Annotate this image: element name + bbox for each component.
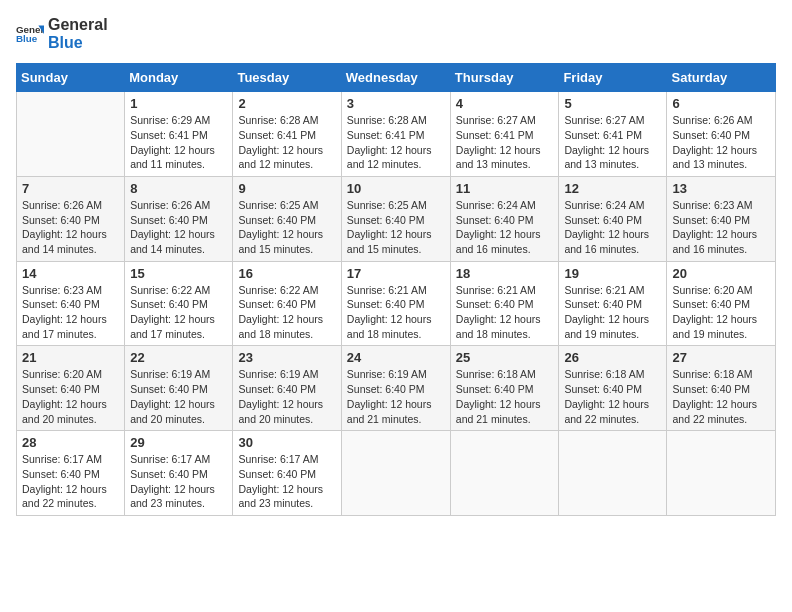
cell-week1-day3: 3Sunrise: 6:28 AMSunset: 6:41 PMDaylight… [341,92,450,177]
day-number: 12 [564,181,661,196]
day-number: 25 [456,350,554,365]
day-info: Sunrise: 6:27 AMSunset: 6:41 PMDaylight:… [456,113,554,172]
day-info: Sunrise: 6:20 AMSunset: 6:40 PMDaylight:… [22,367,119,426]
day-number: 8 [130,181,227,196]
day-number: 28 [22,435,119,450]
cell-week5-day1: 29Sunrise: 6:17 AMSunset: 6:40 PMDayligh… [125,431,233,516]
cell-week2-day1: 8Sunrise: 6:26 AMSunset: 6:40 PMDaylight… [125,176,233,261]
day-number: 10 [347,181,445,196]
week-row-5: 28Sunrise: 6:17 AMSunset: 6:40 PMDayligh… [17,431,776,516]
day-number: 4 [456,96,554,111]
day-info: Sunrise: 6:22 AMSunset: 6:40 PMDaylight:… [130,283,227,342]
day-info: Sunrise: 6:19 AMSunset: 6:40 PMDaylight:… [238,367,335,426]
day-number: 2 [238,96,335,111]
cell-week1-day5: 5Sunrise: 6:27 AMSunset: 6:41 PMDaylight… [559,92,667,177]
cell-week3-day5: 19Sunrise: 6:21 AMSunset: 6:40 PMDayligh… [559,261,667,346]
day-info: Sunrise: 6:17 AMSunset: 6:40 PMDaylight:… [22,452,119,511]
day-number: 3 [347,96,445,111]
day-number: 13 [672,181,770,196]
cell-week4-day1: 22Sunrise: 6:19 AMSunset: 6:40 PMDayligh… [125,346,233,431]
day-info: Sunrise: 6:24 AMSunset: 6:40 PMDaylight:… [564,198,661,257]
cell-week5-day6 [667,431,776,516]
day-number: 9 [238,181,335,196]
day-info: Sunrise: 6:26 AMSunset: 6:40 PMDaylight:… [672,113,770,172]
cell-week2-day5: 12Sunrise: 6:24 AMSunset: 6:40 PMDayligh… [559,176,667,261]
cell-week4-day4: 25Sunrise: 6:18 AMSunset: 6:40 PMDayligh… [450,346,559,431]
day-number: 15 [130,266,227,281]
header-friday: Friday [559,64,667,92]
header-sunday: Sunday [17,64,125,92]
day-info: Sunrise: 6:21 AMSunset: 6:40 PMDaylight:… [347,283,445,342]
day-info: Sunrise: 6:17 AMSunset: 6:40 PMDaylight:… [238,452,335,511]
cell-week5-day4 [450,431,559,516]
cell-week2-day6: 13Sunrise: 6:23 AMSunset: 6:40 PMDayligh… [667,176,776,261]
cell-week4-day3: 24Sunrise: 6:19 AMSunset: 6:40 PMDayligh… [341,346,450,431]
day-info: Sunrise: 6:23 AMSunset: 6:40 PMDaylight:… [672,198,770,257]
calendar-table: SundayMondayTuesdayWednesdayThursdayFrid… [16,63,776,516]
page-header: General Blue General Blue [16,16,776,51]
day-info: Sunrise: 6:29 AMSunset: 6:41 PMDaylight:… [130,113,227,172]
cell-week1-day0 [17,92,125,177]
cell-week1-day6: 6Sunrise: 6:26 AMSunset: 6:40 PMDaylight… [667,92,776,177]
header-row: SundayMondayTuesdayWednesdayThursdayFrid… [17,64,776,92]
day-info: Sunrise: 6:26 AMSunset: 6:40 PMDaylight:… [130,198,227,257]
day-number: 23 [238,350,335,365]
day-number: 16 [238,266,335,281]
day-number: 22 [130,350,227,365]
day-number: 14 [22,266,119,281]
day-info: Sunrise: 6:25 AMSunset: 6:40 PMDaylight:… [238,198,335,257]
header-saturday: Saturday [667,64,776,92]
day-info: Sunrise: 6:27 AMSunset: 6:41 PMDaylight:… [564,113,661,172]
cell-week4-day5: 26Sunrise: 6:18 AMSunset: 6:40 PMDayligh… [559,346,667,431]
day-number: 18 [456,266,554,281]
week-row-2: 7Sunrise: 6:26 AMSunset: 6:40 PMDaylight… [17,176,776,261]
day-info: Sunrise: 6:23 AMSunset: 6:40 PMDaylight:… [22,283,119,342]
day-number: 27 [672,350,770,365]
day-number: 20 [672,266,770,281]
day-info: Sunrise: 6:21 AMSunset: 6:40 PMDaylight:… [564,283,661,342]
day-number: 7 [22,181,119,196]
cell-week1-day2: 2Sunrise: 6:28 AMSunset: 6:41 PMDaylight… [233,92,341,177]
day-info: Sunrise: 6:26 AMSunset: 6:40 PMDaylight:… [22,198,119,257]
cell-week4-day0: 21Sunrise: 6:20 AMSunset: 6:40 PMDayligh… [17,346,125,431]
cell-week3-day0: 14Sunrise: 6:23 AMSunset: 6:40 PMDayligh… [17,261,125,346]
day-info: Sunrise: 6:18 AMSunset: 6:40 PMDaylight:… [672,367,770,426]
day-info: Sunrise: 6:21 AMSunset: 6:40 PMDaylight:… [456,283,554,342]
day-info: Sunrise: 6:20 AMSunset: 6:40 PMDaylight:… [672,283,770,342]
day-number: 11 [456,181,554,196]
header-thursday: Thursday [450,64,559,92]
day-info: Sunrise: 6:19 AMSunset: 6:40 PMDaylight:… [130,367,227,426]
day-number: 5 [564,96,661,111]
week-row-4: 21Sunrise: 6:20 AMSunset: 6:40 PMDayligh… [17,346,776,431]
day-number: 29 [130,435,227,450]
cell-week1-day1: 1Sunrise: 6:29 AMSunset: 6:41 PMDaylight… [125,92,233,177]
day-info: Sunrise: 6:17 AMSunset: 6:40 PMDaylight:… [130,452,227,511]
day-number: 17 [347,266,445,281]
day-number: 6 [672,96,770,111]
day-info: Sunrise: 6:28 AMSunset: 6:41 PMDaylight:… [238,113,335,172]
cell-week2-day2: 9Sunrise: 6:25 AMSunset: 6:40 PMDaylight… [233,176,341,261]
svg-text:Blue: Blue [16,33,38,44]
day-number: 26 [564,350,661,365]
cell-week5-day5 [559,431,667,516]
cell-week3-day1: 15Sunrise: 6:22 AMSunset: 6:40 PMDayligh… [125,261,233,346]
day-info: Sunrise: 6:19 AMSunset: 6:40 PMDaylight:… [347,367,445,426]
day-info: Sunrise: 6:18 AMSunset: 6:40 PMDaylight:… [456,367,554,426]
day-number: 19 [564,266,661,281]
cell-week3-day3: 17Sunrise: 6:21 AMSunset: 6:40 PMDayligh… [341,261,450,346]
day-info: Sunrise: 6:22 AMSunset: 6:40 PMDaylight:… [238,283,335,342]
logo-icon: General Blue [16,20,44,48]
header-wednesday: Wednesday [341,64,450,92]
cell-week5-day2: 30Sunrise: 6:17 AMSunset: 6:40 PMDayligh… [233,431,341,516]
cell-week2-day0: 7Sunrise: 6:26 AMSunset: 6:40 PMDaylight… [17,176,125,261]
day-info: Sunrise: 6:25 AMSunset: 6:40 PMDaylight:… [347,198,445,257]
day-number: 30 [238,435,335,450]
day-number: 1 [130,96,227,111]
logo: General Blue General Blue [16,16,108,51]
cell-week3-day2: 16Sunrise: 6:22 AMSunset: 6:40 PMDayligh… [233,261,341,346]
cell-week5-day3 [341,431,450,516]
day-number: 24 [347,350,445,365]
cell-week4-day2: 23Sunrise: 6:19 AMSunset: 6:40 PMDayligh… [233,346,341,431]
cell-week1-day4: 4Sunrise: 6:27 AMSunset: 6:41 PMDaylight… [450,92,559,177]
day-info: Sunrise: 6:18 AMSunset: 6:40 PMDaylight:… [564,367,661,426]
